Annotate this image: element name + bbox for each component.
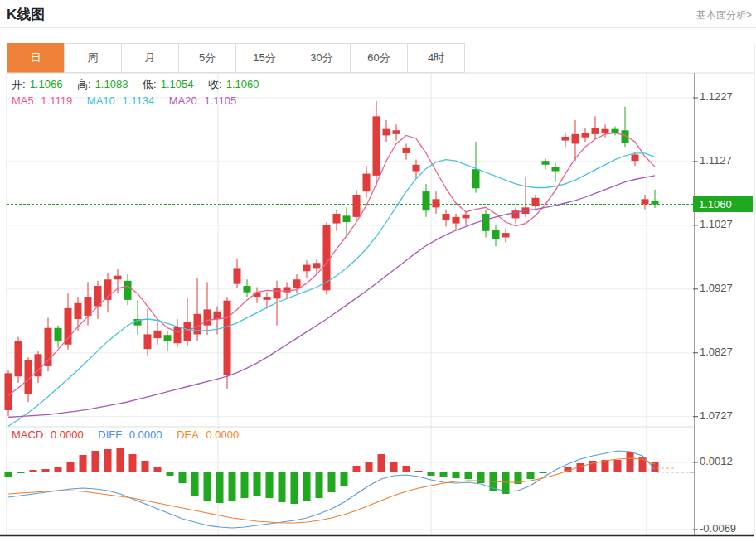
dea-value: 0.0000 [206,428,240,441]
dea-label: DEA: [177,428,201,441]
price-tick-label: 1.0727 [700,409,733,422]
close-value: 1.1060 [226,78,259,90]
high-label: 高: [77,78,91,90]
price-axis [690,73,698,535]
diff-label: DIFF: [98,428,125,441]
macd-histogram-layer [5,448,659,504]
ma20-label: MA20: [169,94,201,107]
open-value: 1.1066 [30,78,63,90]
ma10-label: MA10: [87,94,119,107]
ohlc-readout: 开:1.1066 高:1.1083 低:1.1054 收:1.1060 [12,77,263,92]
ma-readout: MA5:1.1119 MA10:1.1134 MA20:1.1105 [12,94,240,107]
low-label: 低: [143,78,157,90]
low-value: 1.1054 [161,78,194,90]
current-price-badge: 1.1060 [693,196,753,212]
price-tick-label: 1.1027 [700,218,733,230]
price-tick-label: 1.1227 [700,90,733,103]
macd-tick-label: 0.0012 [700,455,733,467]
ma-lines-layer [8,133,655,426]
price-tick-label: 1.0827 [700,346,733,358]
ma5-line [8,133,655,395]
ma5-label: MA5: [12,94,36,107]
ma5-value: 1.1119 [41,94,72,107]
macd-tick-label: -0.0069 [700,522,736,535]
macd-value: 0.0000 [51,428,84,441]
price-tick-label: 1.1127 [700,154,732,167]
diff-value: 0.0000 [129,428,162,441]
open-label: 开: [12,78,26,90]
candles-layer [5,101,659,416]
macd-readout: MACD:0.0000 DIFF:0.0000 DEA:0.0000 [12,428,243,441]
macd-label: MACD: [12,428,46,441]
ma10-value: 1.1134 [122,94,154,107]
high-value: 1.1083 [95,78,128,90]
ma20-value: 1.1105 [204,94,236,107]
close-label: 收: [208,78,222,90]
price-tick-label: 1.0927 [700,282,733,294]
